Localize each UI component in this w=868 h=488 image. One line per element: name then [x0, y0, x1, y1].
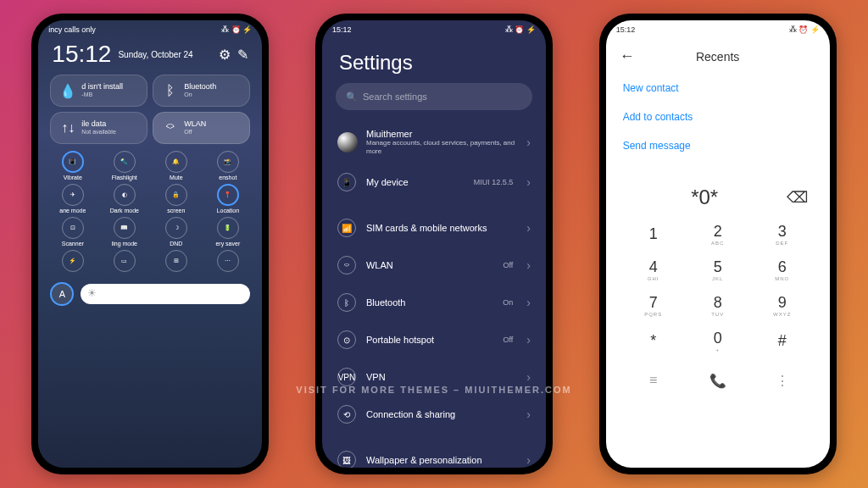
quick-quick3-2[interactable]: ☽DND — [152, 217, 200, 247]
key-8[interactable]: 8TUV — [686, 287, 750, 323]
quick-quick1-3[interactable]: 📸enshot — [203, 151, 252, 180]
status-time: 15:12 — [332, 25, 352, 34]
quick-label: Location — [217, 208, 239, 214]
key-*[interactable]: * — [621, 323, 686, 358]
phone-settings: 15:12 ⁂ ⏰ ⚡ Settings 🔍 Search settings M… — [315, 14, 553, 474]
settings-row[interactable]: ⊙Portable hotspotOff› — [322, 321, 546, 358]
backspace-icon[interactable]: ⌫ — [787, 188, 813, 207]
quick-quick3-0[interactable]: ⊡Scanner — [48, 217, 97, 247]
status-icons: ⁂ ⏰ ⚡ — [221, 25, 252, 34]
quick-quick3-3[interactable]: 🔋ery saver — [203, 217, 252, 247]
settings-row[interactable]: ᛒBluetoothOn› — [322, 284, 546, 321]
search-input[interactable]: 🔍 Search settings — [336, 83, 532, 110]
tile-icon: 💧 — [59, 82, 76, 99]
quick-label: Dark mode — [110, 208, 139, 214]
quick-quick2-2[interactable]: 🔒screen — [152, 184, 200, 214]
quick-label: Mute — [170, 175, 183, 180]
row-icon: 📶 — [337, 219, 356, 237]
key-6[interactable]: 6MNO — [750, 252, 815, 287]
key-0[interactable]: 0+ — [686, 323, 750, 358]
key-digit: 0 — [714, 330, 722, 347]
chevron-right-icon: › — [526, 453, 531, 467]
row-value: MIUI 12.5.5 — [474, 178, 514, 186]
quick-quick2-3[interactable]: 📍Location — [203, 184, 252, 214]
status-icons: ⁂ ⏰ ⚡ — [505, 25, 536, 34]
clock-time: 15:12 — [52, 41, 111, 68]
profile-row[interactable]: Miuithemer Manage accounts, cloud servic… — [322, 120, 546, 164]
key-7[interactable]: 7PQRS — [621, 287, 686, 323]
quick-row-4: ⚡▭⊞⋯ — [38, 248, 262, 275]
key-3[interactable]: 3DEF — [750, 216, 815, 252]
status-time: 15:12 — [616, 25, 636, 34]
row-icon: ⟲ — [337, 405, 356, 424]
quick-icon: ⊞ — [165, 250, 187, 272]
row-icon: ⊙ — [337, 330, 356, 349]
sun-icon: ☀ — [87, 287, 97, 299]
quick-label: Flashlight — [112, 175, 137, 180]
quick-label: screen — [167, 208, 185, 214]
key-digit: 9 — [778, 294, 787, 312]
edit-icon[interactable]: ✎ — [237, 47, 248, 63]
row-label: WLAN — [366, 260, 492, 270]
quick-quick4-2[interactable]: ⊞ — [152, 250, 200, 274]
menu-icon[interactable]: ≡ — [621, 373, 686, 388]
quick-row-1: 📳Vibrate🔦Flashlight🔔Mute📸enshot — [38, 149, 262, 182]
settings-gear-icon[interactable]: ⚙ — [219, 47, 231, 63]
quick-quick2-0[interactable]: ✈ane mode — [48, 184, 97, 214]
quick-icon: 📖 — [114, 217, 136, 239]
call-button[interactable]: 📞 — [703, 365, 733, 396]
tile-1[interactable]: ᛒBluetoothOn — [153, 75, 250, 107]
key-5[interactable]: 5JKL — [686, 252, 750, 287]
kebab-icon[interactable]: ⋮ — [750, 373, 815, 389]
brightness-slider[interactable]: ☀ — [81, 284, 250, 304]
tile-sub: -MB — [81, 92, 123, 98]
settings-list: 📱My deviceMIUI 12.5.5›📶SIM cards & mobil… — [322, 164, 546, 468]
tile-2[interactable]: ↑↓ile dataNot available — [50, 112, 147, 144]
quick-quick2-1[interactable]: ◐Dark mode — [100, 184, 148, 214]
settings-row[interactable]: 📶SIM cards & mobile networks› — [322, 209, 546, 247]
row-icon: VPN — [337, 368, 356, 386]
search-icon: 🔍 — [346, 92, 358, 103]
tile-label: d isn't install — [81, 82, 123, 92]
tile-icon: ᛒ — [162, 82, 179, 99]
dialer-link[interactable]: New contact — [623, 74, 813, 103]
settings-row[interactable]: VPNVPN› — [322, 358, 546, 396]
status-icons: ⁂ ⏰ ⚡ — [789, 25, 820, 34]
quick-quick4-1[interactable]: ▭ — [100, 250, 148, 274]
tile-sub: Not available — [81, 129, 115, 136]
settings-row[interactable]: ⟲Connection & sharing› — [322, 396, 546, 433]
quick-quick4-0[interactable]: ⚡ — [48, 250, 97, 274]
settings-row[interactable]: 🖼Wallpaper & personalization› — [322, 441, 546, 468]
tile-3[interactable]: ⌔WLANOff — [153, 112, 250, 144]
avatar — [337, 132, 358, 152]
dialer-link[interactable]: Send message — [623, 131, 813, 160]
brightness-row: A ☀ — [38, 275, 262, 313]
tile-0[interactable]: 💧d isn't install-MB — [50, 75, 147, 107]
key-1[interactable]: 1 — [621, 216, 686, 252]
dialer-header: ← Recents — [606, 39, 830, 74]
dialer-bottom: ≡ 📞 ⋮ — [606, 358, 830, 402]
carrier-text: incy calls only — [48, 25, 96, 34]
quick-quick1-0[interactable]: 📳Vibrate — [48, 151, 97, 180]
quick-icon: ⋯ — [217, 250, 239, 272]
row-label: Bluetooth — [366, 297, 492, 308]
row-value: On — [503, 298, 513, 307]
quick-quick4-3[interactable]: ⋯ — [203, 250, 252, 274]
settings-row[interactable]: ⌔WLANOff› — [322, 247, 546, 284]
profile-name: Miuithemer — [366, 129, 518, 139]
settings-row[interactable]: 📱My deviceMIUI 12.5.5› — [322, 164, 546, 201]
auto-brightness-toggle[interactable]: A — [50, 282, 74, 306]
quick-quick1-2[interactable]: 🔔Mute — [152, 151, 200, 180]
row-icon: 📱 — [337, 173, 356, 191]
key-2[interactable]: 2ABC — [686, 216, 750, 252]
key-9[interactable]: 9WXYZ — [750, 287, 815, 323]
dialer-link[interactable]: Add to contacts — [623, 103, 813, 131]
key-4[interactable]: 4GHI — [621, 252, 686, 287]
key-digit: 4 — [649, 258, 658, 276]
key-#[interactable]: # — [750, 323, 815, 358]
quick-row-2: ✈ane mode◐Dark mode🔒screen📍Location — [38, 182, 262, 215]
row-value: Off — [503, 261, 513, 269]
quick-quick1-1[interactable]: 🔦Flashlight — [100, 151, 148, 180]
clock-date: Sunday, October 24 — [118, 50, 212, 59]
quick-quick3-1[interactable]: 📖ling mode — [100, 217, 148, 247]
